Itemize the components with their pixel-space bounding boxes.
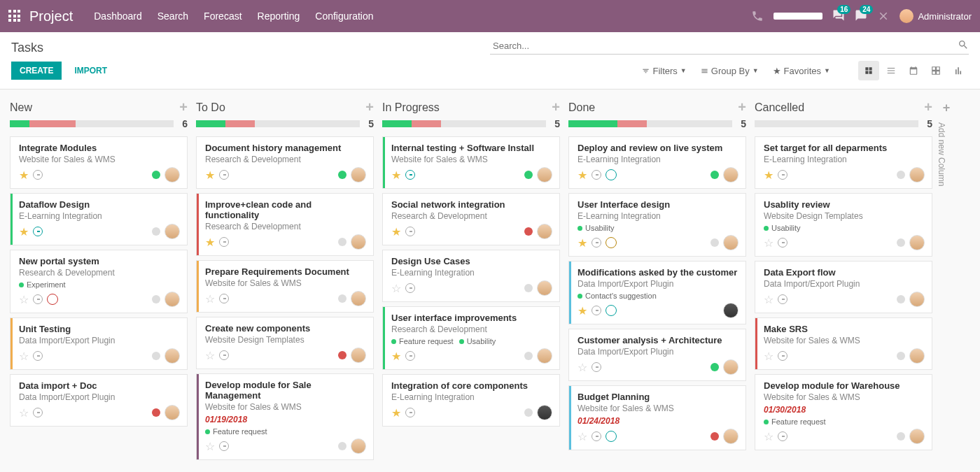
pivot-view-button[interactable] <box>925 61 946 80</box>
calendar-view-button[interactable] <box>903 61 924 80</box>
assignee-avatar[interactable] <box>909 429 925 444</box>
nav-forecast[interactable]: Forecast <box>204 10 241 22</box>
clock-icon[interactable] <box>592 431 601 441</box>
priority-star[interactable]: ★ <box>19 225 29 238</box>
priority-star[interactable]: ☆ <box>205 440 215 453</box>
priority-star[interactable]: ★ <box>19 169 29 182</box>
clock-icon[interactable] <box>405 408 415 417</box>
column-title[interactable]: New <box>10 101 179 114</box>
favorites-dropdown[interactable]: ★ Favorites ▼ <box>773 66 830 76</box>
groupby-dropdown[interactable]: Group By ▼ <box>701 66 759 76</box>
priority-star[interactable]: ★ <box>205 236 215 249</box>
status-dot[interactable] <box>152 227 160 236</box>
assignee-avatar[interactable] <box>164 167 180 183</box>
column-title[interactable]: In Progress <box>382 101 552 114</box>
smiley-icon[interactable] <box>606 305 617 316</box>
assignee-avatar[interactable] <box>537 348 552 364</box>
clock-icon[interactable] <box>33 408 43 417</box>
status-dot[interactable] <box>152 352 160 360</box>
clock-icon[interactable] <box>592 170 601 180</box>
clock-icon[interactable] <box>405 283 415 293</box>
create-button[interactable]: CREATE <box>11 62 62 80</box>
clock-icon[interactable] <box>33 227 43 236</box>
clock-icon[interactable] <box>778 170 788 180</box>
priority-star[interactable]: ★ <box>391 406 401 420</box>
assignee-avatar[interactable] <box>351 291 366 306</box>
column-progress-bar[interactable] <box>755 120 918 127</box>
nav-dashboard[interactable]: Dashboard <box>94 10 142 22</box>
priority-star[interactable]: ★ <box>391 350 401 363</box>
add-column[interactable]: +Add new Column <box>937 99 956 186</box>
clock-icon[interactable] <box>219 294 229 303</box>
nav-configuration[interactable]: Configuration <box>315 10 373 22</box>
column-progress-bar[interactable] <box>10 120 174 127</box>
assignee-avatar[interactable] <box>537 405 552 420</box>
kanban-card[interactable]: New portal systemResearch & DevelopmentE… <box>10 250 188 313</box>
kanban-card[interactable]: Set target for all deparmentsE-Learning … <box>755 136 932 189</box>
assignee-avatar[interactable] <box>723 167 738 183</box>
clock-icon[interactable] <box>405 227 415 236</box>
priority-star[interactable]: ★ <box>391 225 401 238</box>
assignee-avatar[interactable] <box>164 348 180 364</box>
kanban-card[interactable]: Deploy and review on live systemE-Learni… <box>568 136 746 189</box>
search-icon[interactable] <box>958 39 969 52</box>
status-dot[interactable] <box>897 238 905 247</box>
priority-star[interactable]: ★ <box>578 169 587 182</box>
clock-icon[interactable] <box>592 362 601 372</box>
assignee-avatar[interactable] <box>351 438 366 454</box>
assignee-avatar[interactable] <box>537 280 552 296</box>
nav-reporting[interactable]: Reporting <box>258 10 300 22</box>
assignee-avatar[interactable] <box>723 235 738 250</box>
progress-indicator[interactable] <box>774 13 822 20</box>
clock-icon[interactable] <box>219 170 229 180</box>
status-dot[interactable] <box>338 171 346 179</box>
status-dot[interactable] <box>338 442 346 450</box>
priority-star[interactable]: ★ <box>391 169 401 182</box>
add-card-button[interactable]: + <box>738 99 746 115</box>
graph-view-button[interactable] <box>948 61 969 80</box>
assignee-avatar[interactable] <box>909 292 925 307</box>
status-dot[interactable] <box>710 238 719 247</box>
kanban-card[interactable]: Document history managementResearch & De… <box>196 136 374 189</box>
status-dot[interactable] <box>524 171 533 179</box>
clock-icon[interactable] <box>33 170 43 180</box>
priority-star[interactable]: ☆ <box>19 406 29 420</box>
priority-star[interactable]: ☆ <box>19 350 29 363</box>
add-card-button[interactable]: + <box>552 99 560 115</box>
kanban-card[interactable]: Prepare Requirements DocumentWebsite for… <box>196 260 374 313</box>
kanban-card[interactable]: Create new componentsWebsite Design Temp… <box>196 317 374 369</box>
filters-dropdown[interactable]: Filters ▼ <box>642 66 686 76</box>
status-dot[interactable] <box>524 408 533 417</box>
status-dot[interactable] <box>152 408 160 417</box>
list-view-button[interactable] <box>881 61 902 80</box>
status-dot[interactable] <box>524 284 533 292</box>
column-progress-bar[interactable] <box>382 120 546 127</box>
clock-icon[interactable] <box>778 294 788 304</box>
clock-icon[interactable] <box>219 237 229 247</box>
kanban-card[interactable]: Make SRSWebsite for Sales & WMS☆ <box>755 317 932 370</box>
kanban-card[interactable]: User interface improvementsResearch & De… <box>382 306 560 370</box>
clock-icon[interactable] <box>405 351 415 361</box>
priority-star[interactable]: ☆ <box>391 282 401 295</box>
kanban-card[interactable]: User Interface designE-Learning Integrat… <box>568 193 746 257</box>
phone-icon[interactable] <box>751 10 764 22</box>
column-title[interactable]: Done <box>568 101 738 114</box>
clock-icon[interactable] <box>778 431 788 441</box>
user-menu[interactable]: Administrator <box>899 9 972 23</box>
status-dot[interactable] <box>897 295 905 303</box>
kanban-card[interactable]: Budget PlanningWebsite for Sales & WMS01… <box>568 385 746 450</box>
priority-star[interactable]: ☆ <box>578 361 587 374</box>
column-progress-bar[interactable] <box>568 120 732 127</box>
assignee-avatar[interactable] <box>351 348 366 363</box>
priority-star[interactable]: ★ <box>578 236 587 250</box>
clock-icon[interactable] <box>405 170 415 180</box>
status-dot[interactable] <box>338 294 346 303</box>
kanban-card[interactable]: Integration of core componentsE-Learning… <box>382 374 560 427</box>
clock-icon[interactable] <box>219 441 229 451</box>
priority-star[interactable]: ☆ <box>764 350 774 363</box>
nav-search[interactable]: Search <box>158 10 188 22</box>
priority-star[interactable]: ★ <box>578 304 587 317</box>
apps-grid-icon[interactable] <box>8 10 21 22</box>
assignee-avatar[interactable] <box>723 303 738 318</box>
kanban-card[interactable]: Develop module for WarehouseWebsite for … <box>755 374 932 450</box>
